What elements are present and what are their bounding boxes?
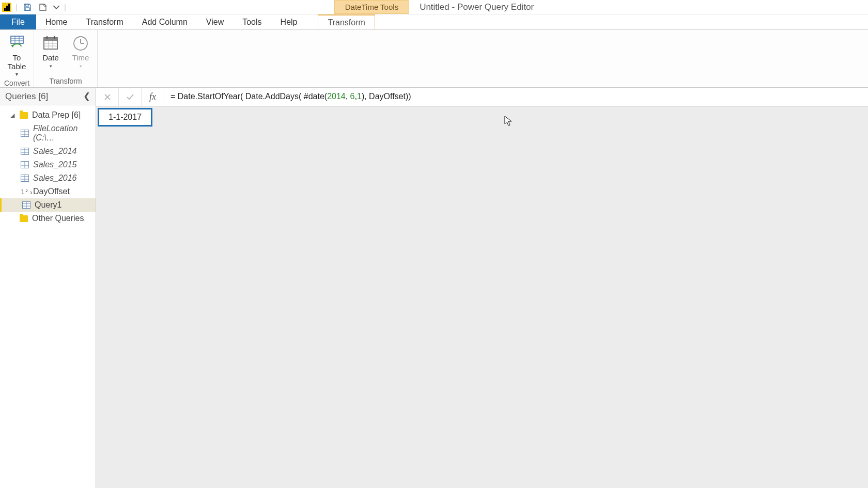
query-label: FileLocation (C:\… xyxy=(33,124,91,143)
folder-icon xyxy=(20,215,28,222)
query-label: Sales_2016 xyxy=(33,174,77,183)
query-label: Query1 xyxy=(35,200,61,210)
undo-icon[interactable] xyxy=(37,2,49,13)
tab-view[interactable]: View xyxy=(197,14,233,29)
svg-rect-9 xyxy=(44,38,57,41)
tab-tools[interactable]: Tools xyxy=(233,14,271,29)
queries-header: Queries [6] ❮ xyxy=(0,88,96,105)
ribbon-group-convert: To Table ▼ Convert xyxy=(0,30,34,87)
time-button[interactable]: Time ▾ xyxy=(68,33,93,70)
time-label: Time xyxy=(72,54,89,62)
table-icon xyxy=(21,175,29,182)
cancel-formula-icon xyxy=(96,88,119,106)
to-table-button[interactable]: To Table ▼ xyxy=(5,33,29,78)
number-icon: 1²₃ xyxy=(21,188,29,196)
ribbon-tabs: File Home Transform Add Column View Tool… xyxy=(0,14,868,30)
formula-input[interactable]: = Date.StartOfYear( Date.AddDays( #date(… xyxy=(164,92,868,102)
date-icon xyxy=(41,34,60,53)
save-icon[interactable] xyxy=(22,2,33,13)
table-icon xyxy=(21,130,29,137)
table-icon xyxy=(21,148,29,155)
caret-icon: ◢ xyxy=(10,112,16,119)
query-label: DayOffset xyxy=(33,187,70,196)
query-item-sales2016[interactable]: Sales_2016 xyxy=(0,171,96,185)
chevron-down-icon: ▾ xyxy=(80,64,82,69)
title-bar: | | DateTime Tools Untitled - Power Quer… xyxy=(0,0,868,14)
ribbon-group-transform: Date ▾ Time ▾ Transform xyxy=(34,30,98,87)
query-label: Sales_2015 xyxy=(33,160,77,169)
tab-add-column[interactable]: Add Column xyxy=(133,14,197,29)
table-icon xyxy=(22,201,30,209)
contextual-tab-header: DateTime Tools xyxy=(334,0,409,14)
queries-tree: ◢ Data Prep [6] FileLocation (C:\… Sales… xyxy=(0,105,96,228)
to-table-label: To Table xyxy=(8,54,26,71)
tab-file[interactable]: File xyxy=(0,14,36,29)
query-item-sales2014[interactable]: Sales_2014 xyxy=(0,145,96,158)
table-icon xyxy=(21,161,29,168)
collapse-pane-icon[interactable]: ❮ xyxy=(83,91,90,102)
qat-dropdown-icon[interactable] xyxy=(53,2,60,13)
editor-area: fx = Date.StartOfYear( Date.AddDays( #da… xyxy=(96,88,868,488)
date-label: Date xyxy=(42,54,59,62)
window-title: Untitled - Power Query Editor xyxy=(420,2,534,12)
queries-pane: Queries [6] ❮ ◢ Data Prep [6] FileLocati… xyxy=(0,88,96,488)
queries-title: Queries [6] xyxy=(5,91,48,102)
group-label: Data Prep [6] xyxy=(32,111,81,120)
query-group-other[interactable]: ◢ Other Queries xyxy=(0,212,96,225)
chevron-down-icon: ▼ xyxy=(14,72,19,77)
group-label: Other Queries xyxy=(32,214,84,223)
query-group-data-prep[interactable]: ◢ Data Prep [6] xyxy=(0,108,96,122)
folder-icon xyxy=(20,112,28,119)
tab-help[interactable]: Help xyxy=(271,14,307,29)
result-cell[interactable]: 1-1-2017 xyxy=(98,108,152,127)
cursor-icon xyxy=(504,116,513,129)
query-item-query1[interactable]: Query1 xyxy=(0,198,96,212)
commit-formula-icon xyxy=(119,88,142,106)
query-item-sales2015[interactable]: Sales_2015 xyxy=(0,158,96,171)
ribbon: To Table ▼ Convert Date ▾ Time ▾ Tran xyxy=(0,30,868,88)
svg-rect-2 xyxy=(11,36,23,43)
tab-contextual-transform[interactable]: Transform xyxy=(318,14,375,29)
query-item-dayoffset[interactable]: 1²₃ DayOffset xyxy=(0,185,96,198)
tab-transform[interactable]: Transform xyxy=(76,14,132,29)
result-canvas: 1-1-2017 xyxy=(96,106,868,488)
to-table-icon xyxy=(8,34,26,53)
formula-bar: fx = Date.StartOfYear( Date.AddDays( #da… xyxy=(96,88,868,106)
date-button[interactable]: Date ▾ xyxy=(38,33,63,70)
time-icon xyxy=(71,34,90,53)
query-item-filelocation[interactable]: FileLocation (C:\… xyxy=(0,122,96,145)
query-label: Sales_2014 xyxy=(33,147,77,156)
svg-rect-1 xyxy=(25,8,29,10)
fx-icon[interactable]: fx xyxy=(142,88,164,106)
app-icon xyxy=(2,3,11,12)
ribbon-group-label-transform: Transform xyxy=(49,76,82,86)
chevron-down-icon: ▾ xyxy=(50,64,52,69)
ribbon-group-label-convert: Convert xyxy=(4,78,29,88)
tab-home[interactable]: Home xyxy=(36,14,77,29)
